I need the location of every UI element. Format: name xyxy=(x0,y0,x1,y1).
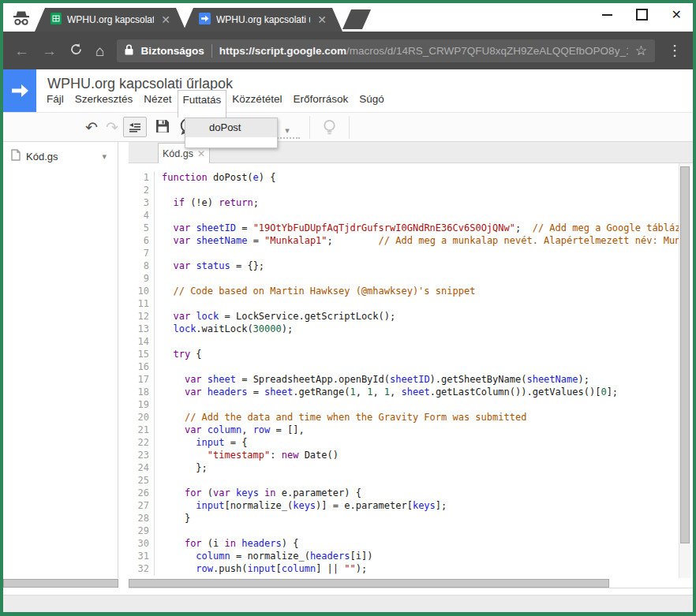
indent-icon[interactable] xyxy=(123,117,147,137)
line-number: 7 xyxy=(129,247,149,259)
line-number: 16 xyxy=(129,360,149,373)
code-line[interactable]: var sheetName = "Munkalap1"; // Add meg … xyxy=(162,234,679,247)
line-number: 12 xyxy=(129,310,149,323)
toolbar-separator xyxy=(349,116,350,139)
line-number: 15 xyxy=(129,348,149,360)
tab-title: WPHU.org kapcsolati űrla xyxy=(67,14,154,25)
horizontal-scrollbar-thumb[interactable] xyxy=(129,579,609,588)
file-doc-icon xyxy=(11,149,21,163)
code-line[interactable]: try { xyxy=(162,348,679,360)
code-line[interactable]: for (var keys in e.parameter) { xyxy=(162,487,679,499)
line-number: 23 xyxy=(129,449,149,461)
footer-strip xyxy=(3,595,693,612)
file-name: Kód.gs xyxy=(26,151,58,162)
code-line[interactable]: } xyxy=(162,512,679,525)
code-line[interactable] xyxy=(162,474,679,487)
vertical-scrollbar-thumb[interactable] xyxy=(680,166,690,543)
line-number: 9 xyxy=(129,272,149,285)
code-line[interactable]: if (!e) return; xyxy=(162,196,679,209)
code-editor[interactable]: 1234567891011121314151617181920212223242… xyxy=(129,163,679,578)
code-line[interactable]: // Code based on Martin Hawksey (@mhawks… xyxy=(162,285,679,297)
line-number: 4 xyxy=(129,209,149,222)
line-number: 26 xyxy=(129,487,149,499)
code-line[interactable]: // Add the data and time when the Gravit… xyxy=(162,411,679,424)
menu-erőforrások[interactable]: Erőforrások xyxy=(287,90,354,108)
pane-splitter[interactable] xyxy=(119,142,129,588)
run-menu-panel: doPost xyxy=(185,118,278,148)
line-number: 1 xyxy=(129,171,149,184)
code-line[interactable]: lock.waitLock(30000); xyxy=(162,323,679,335)
save-icon[interactable] xyxy=(155,118,170,137)
editor-tab-close-icon[interactable]: ✕ xyxy=(197,148,205,159)
line-number: 18 xyxy=(129,386,149,398)
url-field[interactable]: Biztonságos https://script.google.com/ma… xyxy=(117,39,655,62)
new-tab-button[interactable] xyxy=(342,9,371,29)
menu-item-dopost[interactable]: doPost xyxy=(185,118,277,137)
code-line[interactable]: input[normalize_(keys)] = e.parameter[ke… xyxy=(162,499,679,512)
function-dropdown[interactable]: ▾ xyxy=(275,120,300,139)
line-number-gutter: 1234567891011121314151617181920212223242… xyxy=(129,171,155,575)
menu-szerkesztés[interactable]: Szerkesztés xyxy=(69,90,139,108)
sidebar-item-code-file[interactable]: Kód.gs ▾ xyxy=(3,142,118,169)
code-line[interactable]: "timestamp": new Date() xyxy=(162,449,679,461)
line-number: 21 xyxy=(129,424,149,436)
menu-közzététel[interactable]: Közzététel xyxy=(226,90,287,108)
menu-bar: FájlSzerkesztésNézetFuttatásKözzétételEr… xyxy=(41,90,390,108)
code-line[interactable] xyxy=(162,184,679,196)
home-icon[interactable]: ⌂ xyxy=(95,43,104,58)
code-line[interactable]: var sheet = SpreadsheetApp.openById(shee… xyxy=(162,373,679,386)
maximize-button[interactable] xyxy=(636,9,648,21)
editor-tab-label: Kód.gs xyxy=(163,148,193,159)
incognito-icon xyxy=(11,10,32,26)
code-line[interactable]: }; xyxy=(162,461,679,474)
menu-futtatás[interactable]: Futtatás xyxy=(178,90,227,118)
reload-icon[interactable] xyxy=(69,43,83,58)
browser-tab-apps-script[interactable]: WPHU.org kapcsolati űrla ✕ xyxy=(183,8,342,32)
url-text: https://script.google.com/macros/d/14RS_… xyxy=(219,45,628,57)
code-line[interactable] xyxy=(162,209,679,222)
back-icon[interactable]: ← xyxy=(14,43,29,58)
code-line[interactable] xyxy=(162,360,679,373)
redo-icon: ↷ xyxy=(106,118,118,136)
code-line[interactable] xyxy=(162,525,679,537)
menu-nézet[interactable]: Nézet xyxy=(138,90,177,108)
undo-icon[interactable]: ↶ xyxy=(85,118,98,136)
close-window-button[interactable]: ✕ xyxy=(672,9,682,21)
browser-menu-icon[interactable]: ⋮ xyxy=(668,43,682,58)
line-number: 14 xyxy=(129,335,149,348)
forward-icon[interactable]: → xyxy=(42,43,57,58)
line-number: 11 xyxy=(129,297,149,310)
code-line[interactable]: var lock = LockService.getScriptLock(); xyxy=(162,310,679,323)
tab-title: WPHU.org kapcsolati űrla xyxy=(216,14,310,25)
code-line[interactable]: column = normalize_(headers[i]) xyxy=(162,550,679,562)
code-line[interactable]: var sheetID = "19OtYbFuDUpfAqTjdrGufsrwI… xyxy=(162,222,679,234)
apps-script-logo xyxy=(3,69,36,112)
code-line[interactable] xyxy=(162,247,679,259)
close-icon[interactable]: ✕ xyxy=(317,13,327,26)
code-text[interactable]: function doPost(e) { if (!e) return; var… xyxy=(155,171,679,575)
menu-súgó[interactable]: Súgó xyxy=(354,90,390,108)
line-number: 30 xyxy=(129,537,149,550)
code-line[interactable]: input = { xyxy=(162,436,679,449)
code-line[interactable]: function doPost(e) { xyxy=(162,171,679,184)
code-line[interactable] xyxy=(162,272,679,285)
code-line[interactable]: row.push(input[column] || ""); xyxy=(162,562,679,575)
line-number: 10 xyxy=(129,285,149,297)
code-line[interactable]: var headers = sheet.getRange(1, 1, 1, sh… xyxy=(162,386,679,398)
line-number: 31 xyxy=(129,550,149,562)
browser-tab-sheets[interactable]: WPHU.org kapcsolati űrla ✕ xyxy=(35,8,186,32)
code-line[interactable] xyxy=(162,335,679,348)
menu-fájl[interactable]: Fájl xyxy=(41,90,69,108)
code-line[interactable]: for (i in headers) { xyxy=(162,537,679,550)
code-line[interactable]: var column, row = [], xyxy=(162,424,679,436)
chevron-down-icon[interactable]: ▾ xyxy=(102,151,111,162)
close-icon[interactable]: ✕ xyxy=(161,13,170,26)
code-line[interactable] xyxy=(162,398,679,411)
minimize-button[interactable] xyxy=(602,14,612,16)
code-line[interactable] xyxy=(162,297,679,310)
star-bookmark-icon[interactable]: ☆ xyxy=(635,43,647,59)
lightbulb-icon xyxy=(316,116,342,139)
line-number: 5 xyxy=(129,222,149,234)
sidebar-scrollbar-thumb[interactable] xyxy=(3,579,118,588)
code-line[interactable]: var status = {}; xyxy=(162,259,679,272)
